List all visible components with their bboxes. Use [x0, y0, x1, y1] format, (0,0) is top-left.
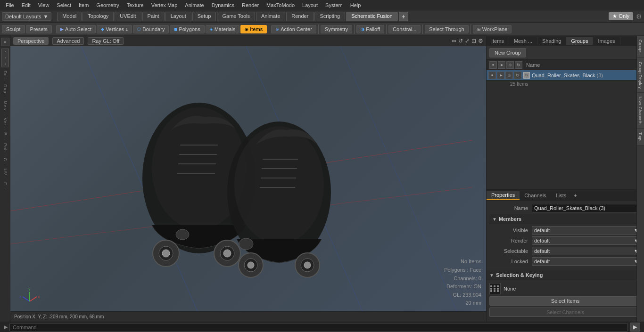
selectable-prop-row: Selectable default ▼ — [489, 247, 641, 255]
command-run-button[interactable]: ▶ — [630, 323, 640, 332]
viewport[interactable]: Perspective Advanced Ray GL: Off ⇔ ↺ ⤢ ⊡… — [10, 36, 486, 322]
new-group-button[interactable]: New Group — [489, 48, 526, 57]
settings-icon[interactable]: ⚙ — [636, 13, 642, 20]
menu-system[interactable]: System — [322, 1, 347, 9]
viewport-ctrl-arrows[interactable]: ⇔ — [452, 38, 456, 44]
vp-tab-ray-gl[interactable]: Ray GL: Off — [88, 37, 124, 45]
polygons-button[interactable]: ◼ Polygons — [170, 25, 204, 33]
viewport-ctrl-rotate[interactable]: ↺ — [458, 38, 463, 44]
presets-button[interactable]: Presets — [26, 25, 52, 33]
render-icon[interactable] — [498, 61, 505, 69]
toolbar-separator-6 — [422, 24, 423, 34]
item-render-icon[interactable] — [497, 72, 504, 79]
tab-schematic-fusion[interactable]: Schematic Fusion — [346, 12, 397, 21]
select-through-button[interactable]: Select Through — [425, 25, 468, 33]
viewport-ctrl-fullscreen[interactable]: ⊡ — [471, 38, 476, 44]
vp-tab-perspective[interactable]: Perspective — [13, 37, 49, 45]
menu-layout[interactable]: Layout — [298, 1, 322, 9]
menu-file[interactable]: File — [2, 1, 18, 9]
select-icon[interactable]: ◎ — [506, 61, 514, 69]
menu-render[interactable]: Render — [238, 1, 263, 9]
constraints-button[interactable]: Constrai... — [388, 25, 421, 33]
render-select[interactable]: default ▼ — [532, 236, 641, 245]
tab-setup[interactable]: Setup — [192, 12, 216, 21]
side-tab-group-display[interactable]: Group Display — [637, 58, 644, 93]
tab-model[interactable]: Model — [57, 12, 82, 21]
select-items-button[interactable]: Select Items — [489, 296, 641, 306]
viewport-3d[interactable]: No Items Polygons : Face Channels: 0 Def… — [10, 46, 486, 322]
refresh-icon[interactable] — [515, 61, 522, 69]
side-tab-user-channels[interactable]: User Channels — [637, 93, 644, 129]
menu-dynamics[interactable]: Dynamics — [208, 1, 238, 9]
action-center-button[interactable]: ⊕ Action Center — [271, 25, 316, 33]
materials-button[interactable]: ◈ Materials — [206, 25, 240, 33]
tab-game-tools[interactable]: Game Tools — [217, 12, 255, 21]
menu-item[interactable]: Item — [75, 1, 92, 9]
menu-help[interactable]: Help — [347, 1, 365, 9]
props-tab-properties[interactable]: Properties — [487, 191, 520, 200]
panel-tab-images[interactable]: Images — [593, 37, 620, 45]
select-channels-button[interactable]: Select Channels — [489, 308, 641, 317]
left-panel-handle[interactable] — [1, 49, 9, 67]
items-button[interactable]: ◉ Items — [240, 25, 267, 33]
viewport-ctrl-settings[interactable]: ⚙ — [478, 38, 483, 44]
tab-topology[interactable]: Topology — [83, 12, 114, 21]
panel-tab-groups[interactable]: Groups — [566, 37, 593, 45]
menu-maxtomodo[interactable]: MaxToModo — [263, 1, 298, 9]
visible-select[interactable]: default ▼ — [532, 226, 641, 235]
item-sel-icon[interactable]: ◎ — [505, 72, 513, 79]
members-section-header[interactable]: ▼ Members — [489, 214, 641, 224]
star-only-button[interactable]: ★ Only — [609, 12, 633, 20]
panel-tab-shading[interactable]: Shading — [537, 37, 566, 45]
name-prop-input[interactable] — [532, 204, 641, 212]
boundary-button[interactable]: ⬡ Boundary — [133, 25, 169, 33]
menu-texture[interactable]: Texture — [123, 1, 148, 9]
selection-section-header[interactable]: ▼ Selection & Keying — [487, 270, 644, 280]
work-plane-button[interactable]: ⊞ WorkPlane — [473, 25, 512, 33]
left-sidebar-label-vert: Ver... — [3, 118, 8, 130]
menu-vertex-map[interactable]: Vertex Map — [148, 1, 182, 9]
sidebar-expand[interactable]: ≡ — [1, 38, 9, 46]
tab-animate[interactable]: Animate — [256, 12, 285, 21]
layout-dropdown[interactable]: Default Layouts ▼ — [2, 12, 51, 21]
group-list-item[interactable]: ◎ G Quad_Roller_Skates_Black (3) + — [487, 70, 644, 81]
tab-uvedit[interactable]: UVEdit — [115, 12, 141, 21]
tab-render[interactable]: Render — [286, 12, 314, 21]
tab-scripting[interactable]: Scripting — [314, 12, 345, 21]
add-layout-tab-button[interactable]: + — [399, 12, 408, 21]
gl-info: GL: 233,904 — [444, 291, 481, 300]
selection-section: None Select Items Select Channels — [487, 280, 644, 322]
panel-tab-items[interactable]: Items — [487, 37, 509, 45]
props-tab-add-button[interactable]: + — [571, 192, 579, 199]
symmetry-button[interactable]: Symmetry — [321, 25, 353, 33]
tab-layout[interactable]: Layout — [165, 12, 191, 21]
item-vis-icon[interactable] — [488, 72, 496, 79]
vp-tab-advanced[interactable]: Advanced — [52, 37, 84, 45]
panel-tab-mesh[interactable]: Mesh ... — [509, 37, 537, 45]
item-refresh-icon[interactable] — [514, 72, 521, 79]
locked-select[interactable]: default ▼ — [532, 257, 641, 266]
side-tab-groups[interactable]: Groups — [637, 36, 644, 58]
side-tab-tags[interactable]: Tags — [637, 129, 644, 146]
item-icons: ◎ — [488, 72, 521, 79]
group-item-icon: G — [523, 72, 530, 79]
auto-select-button[interactable]: ▶ Auto Select — [56, 25, 96, 33]
svg-line-31 — [30, 297, 37, 301]
props-content: Name ▼ Members Visible default ▼ — [487, 201, 644, 270]
selectable-select[interactable]: default ▼ — [532, 247, 641, 255]
falloff-button[interactable]: ◑ Falloff — [356, 25, 384, 33]
menu-geometry[interactable]: Geometry — [92, 1, 123, 9]
vertices-button[interactable]: ◆ Vertices 1 — [97, 25, 132, 33]
menu-edit[interactable]: Edit — [18, 1, 34, 9]
menu-animate[interactable]: Animate — [181, 1, 207, 9]
props-tab-channels[interactable]: Channels — [520, 192, 551, 199]
sculpt-button[interactable]: Sculpt — [2, 25, 25, 33]
menu-select[interactable]: Select — [53, 1, 75, 9]
menu-view[interactable]: View — [34, 1, 53, 9]
tab-paint[interactable]: Paint — [142, 12, 165, 21]
visibility-icon[interactable] — [489, 61, 497, 69]
viewport-ctrl-zoom[interactable]: ⤢ — [465, 38, 470, 44]
sel-dots-icon[interactable] — [489, 283, 501, 294]
props-tab-lists[interactable]: Lists — [551, 192, 571, 199]
command-input[interactable] — [9, 323, 628, 332]
